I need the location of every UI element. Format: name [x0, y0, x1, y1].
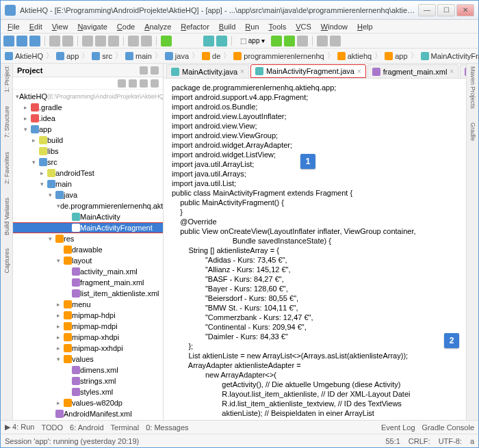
tree-item[interactable]: ▾ de.programmierenlernenhq.aktiehq.app	[13, 200, 163, 211]
code-line[interactable]: public MainActivityFragment() {	[172, 198, 458, 207]
tree-item[interactable]: fragment_main.xml	[13, 277, 163, 288]
tree-item[interactable]: MainActivityFragment	[13, 222, 163, 233]
tab-close-icon[interactable]: ×	[240, 68, 244, 75]
sync-icon[interactable]	[29, 36, 40, 47]
tool-icon[interactable]	[151, 79, 159, 88]
tree-item[interactable]: ▾ values	[13, 354, 163, 365]
code-line[interactable]: "Allianz - Kurs: 145,12 €",	[172, 265, 458, 274]
code-line[interactable]: import android.widget.ArrayAdapter;	[172, 140, 458, 150]
bottom-tab[interactable]: 0: Messages	[146, 423, 188, 432]
editor-tab[interactable]: fragment_main.xml×	[367, 64, 458, 78]
code-line[interactable]: public class MainActivityFragment extend…	[172, 188, 458, 198]
expand-arrow-icon[interactable]: ▾	[57, 257, 64, 264]
toolwindow-tab[interactable]: Build Variants	[3, 198, 10, 235]
tree-item[interactable]: styles.xml	[13, 386, 163, 397]
debug-icon[interactable]	[284, 36, 295, 47]
bottom-tab[interactable]: Gradle Console	[422, 423, 474, 432]
bottom-tab[interactable]: TODO	[41, 423, 63, 432]
bottom-tab[interactable]: ▶ 4: Run	[5, 423, 34, 432]
code-line[interactable]: getActivity(), // Die aktuelle Umgebung …	[172, 380, 458, 389]
code-line[interactable]: import android.support.v4.app.Fragment;	[172, 92, 458, 102]
breadcrumb-item[interactable]: src	[92, 52, 112, 60]
code-line[interactable]: R.id.list_item_aktienliste_textview, // …	[172, 399, 458, 408]
tree-item[interactable]: AndroidManifest.xml	[13, 408, 163, 419]
code-line[interactable]: "Daimler - Kurs: 84,33 €"	[172, 332, 458, 341]
toolwindow-tab[interactable]: Gradle	[469, 122, 476, 141]
tree-item[interactable]: list_item_aktienliste.xml	[13, 288, 163, 299]
code-line[interactable]: "Bayer - Kurs: 128,60 €",	[172, 284, 458, 293]
menu-analyze[interactable]: Analyze	[140, 21, 175, 32]
collapse-icon[interactable]	[140, 66, 148, 75]
breadcrumb-item[interactable]: app	[385, 52, 407, 60]
tree-item[interactable]: activity_main.xml	[13, 266, 163, 277]
run-config[interactable]: ⬚ app ▾	[236, 37, 269, 44]
menu-view[interactable]: View	[48, 21, 73, 32]
status-item[interactable]: a	[470, 437, 474, 445]
expand-arrow-icon[interactable]: ▸	[57, 323, 64, 330]
redo-icon[interactable]	[62, 36, 73, 47]
code-line[interactable]: import android.view.ViewGroup;	[172, 131, 458, 140]
settings-icon[interactable]	[317, 36, 328, 47]
open-icon[interactable]	[3, 36, 14, 47]
menu-run[interactable]: Run	[241, 21, 263, 32]
menu-file[interactable]: File	[3, 21, 24, 32]
tree-item[interactable]: ▾ java	[13, 189, 163, 200]
tree-item[interactable]: ▾ src	[13, 157, 163, 168]
expand-arrow-icon[interactable]: ▸	[24, 104, 31, 111]
code-line[interactable]: "Commerzbank - Kurs: 12,47 €",	[172, 313, 458, 322]
expand-arrow-icon[interactable]: ▸	[57, 399, 64, 406]
tree-item[interactable]: dimens.xml	[13, 365, 163, 375]
tool-icon[interactable]	[118, 79, 126, 88]
menu-help[interactable]: Help	[353, 21, 377, 32]
code-line[interactable]: List aktienListe = new ArrayList<>(Array…	[172, 351, 458, 360]
code-line[interactable]: import android.os.Bundle;	[172, 102, 458, 111]
gear-icon[interactable]	[151, 66, 159, 75]
expand-arrow-icon[interactable]: ▾	[32, 159, 39, 166]
menu-navigate[interactable]: Navigate	[73, 21, 111, 32]
tree-item[interactable]: ▸ .gradle	[13, 102, 163, 113]
expand-arrow-icon[interactable]: ▸	[32, 137, 39, 144]
toolwindow-tab[interactable]: 2: Favorites	[3, 152, 10, 184]
tool-icon[interactable]	[140, 79, 148, 88]
tool-icon[interactable]	[129, 79, 137, 88]
code-line[interactable]: new ArrayAdapter<>(	[172, 370, 458, 380]
tree-item[interactable]: ▾ AktieHQ (E:\Programming\AndroidProjekt…	[13, 91, 163, 102]
expand-arrow-icon[interactable]: ▸	[57, 334, 64, 341]
tree-item[interactable]: ▸ mipmap-xxhdpi	[13, 343, 163, 354]
menu-refactor[interactable]: Refactor	[177, 21, 213, 32]
cut-icon[interactable]	[82, 36, 93, 47]
tree-item[interactable]: strings.xml	[13, 375, 163, 386]
bottom-tab[interactable]: Event Log	[381, 423, 415, 432]
back-icon[interactable]	[128, 36, 139, 47]
breadcrumb-item[interactable]: app	[56, 52, 79, 60]
code-line[interactable]: "BASF - Kurs: 84,27 €",	[172, 274, 458, 284]
expand-arrow-icon[interactable]: ▸	[24, 115, 31, 122]
tree-item[interactable]: MainActivity	[13, 211, 163, 222]
undo-icon[interactable]	[49, 36, 60, 47]
tab-close-icon[interactable]: ×	[450, 68, 454, 75]
expand-arrow-icon[interactable]: ▸	[57, 345, 64, 352]
status-item[interactable]: 55:1	[385, 437, 400, 445]
toolwindow-tab[interactable]: 7: Structure	[3, 106, 10, 138]
expand-arrow-icon[interactable]: ▸	[57, 301, 64, 308]
code-line[interactable]: "Continental - Kurs: 209,94 €",	[172, 322, 458, 332]
expand-arrow-icon[interactable]: ▸	[57, 312, 64, 319]
forward-icon[interactable]	[141, 36, 152, 47]
breadcrumb-item[interactable]: main	[125, 52, 152, 60]
toolwindow-tab[interactable]: Captures	[3, 248, 10, 274]
tree-item[interactable]: ▸ values-w820dp	[13, 397, 163, 408]
save-icon[interactable]	[16, 36, 27, 47]
tab-close-icon[interactable]: ×	[357, 68, 361, 75]
tree-item[interactable]: drawable	[13, 244, 163, 255]
toolwindow-tab[interactable]: 1: Project	[3, 66, 10, 92]
tree-item[interactable]: ▾ res	[13, 233, 163, 244]
project-header[interactable]: Project	[13, 64, 163, 77]
sdk-icon[interactable]	[216, 36, 227, 47]
help-icon[interactable]	[330, 36, 341, 47]
code-line[interactable]: }	[172, 207, 458, 217]
copy-icon[interactable]	[95, 36, 106, 47]
run-icon[interactable]	[271, 36, 282, 47]
code-line[interactable]: aktienListe); // Beispieldaten in einer …	[172, 408, 458, 418]
close-button[interactable]: ✕	[456, 4, 474, 16]
tree-item[interactable]: ▸ mipmap-hdpi	[13, 310, 163, 321]
